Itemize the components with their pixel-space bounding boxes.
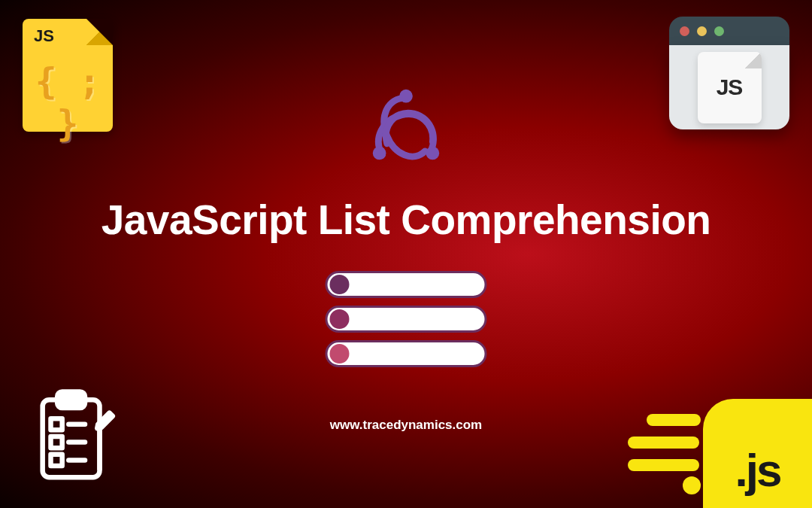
browser-close-dot [680, 26, 689, 36]
speed-lines-icon [601, 414, 701, 482]
list-bar-dot-2 [330, 309, 350, 329]
clipboard-checklist-icon [34, 388, 117, 485]
js-file-fold-corner [86, 19, 113, 45]
redux-logo-icon [357, 87, 455, 177]
browser-minimize-dot [697, 26, 707, 36]
svg-rect-4 [57, 391, 85, 408]
browser-body: JS [669, 45, 789, 129]
browser-window-icon: JS [669, 17, 789, 129]
list-bar-2 [326, 306, 487, 333]
list-bar-dot-3 [330, 344, 350, 364]
speed-line-2 [628, 437, 699, 449]
svg-point-1 [373, 147, 386, 160]
js-paper-text: JS [717, 75, 743, 100]
speed-line-3 [628, 459, 699, 471]
js-file-label: JS [34, 26, 54, 46]
browser-titlebar [669, 17, 789, 45]
js-paper-icon: JS [698, 52, 762, 123]
js-paper-fold [745, 52, 762, 68]
svg-point-2 [426, 147, 440, 160]
svg-rect-9 [51, 455, 62, 466]
js-file-background: JS { ; } [23, 19, 113, 132]
list-bar-dot-1 [330, 275, 350, 294]
svg-rect-7 [51, 437, 62, 448]
js-box-text: .js [735, 443, 780, 497]
browser-maximize-dot [714, 26, 724, 36]
list-bar-1 [326, 271, 487, 298]
js-yellow-box: .js [703, 399, 812, 508]
js-speed-logo: .js [601, 388, 812, 508]
page-title: JavaScript List Comprehension [0, 196, 812, 244]
speed-dot-icon [683, 476, 701, 494]
svg-point-0 [399, 90, 413, 103]
js-file-code-symbol: { ; } [23, 60, 113, 144]
list-bar-3 [326, 340, 487, 367]
list-bars-icon [326, 271, 487, 367]
js-file-icon: JS { ; } [23, 19, 113, 132]
speed-line-1 [647, 414, 701, 426]
